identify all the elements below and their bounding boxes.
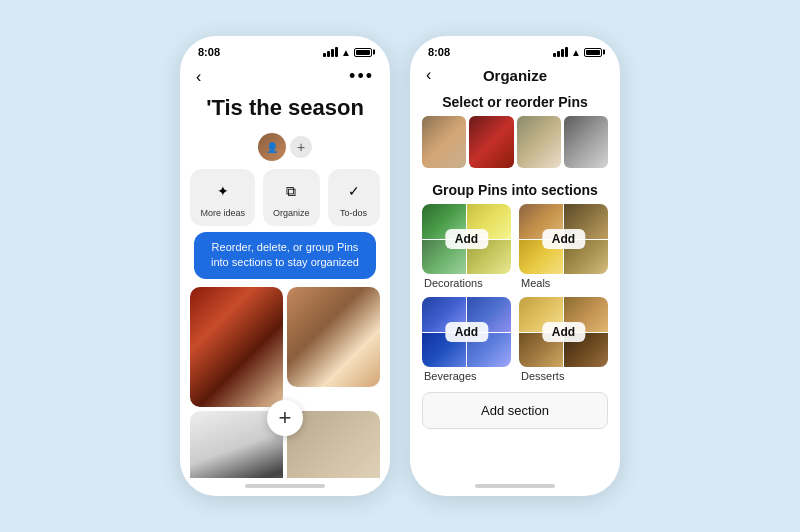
section-img-meals: Add — [519, 204, 608, 274]
select-reorder-heading: Select or reorder Pins — [410, 88, 620, 116]
wifi-icon-right: ▲ — [571, 47, 581, 58]
sections-grid: Add Decorations Add Meals — [410, 204, 620, 388]
add-fab-button[interactable]: + — [267, 400, 303, 436]
status-icons-right: ▲ — [553, 47, 602, 58]
more-ideas-button[interactable]: ✦ More ideas — [190, 169, 255, 226]
status-bar-right: 8:08 ▲ — [410, 36, 620, 62]
organize-button[interactable]: ⧉ Organize — [263, 169, 320, 226]
add-collaborator-button[interactable]: + — [290, 136, 312, 158]
add-meals-button[interactable]: Add — [542, 229, 585, 249]
more-ideas-icon: ✦ — [209, 177, 237, 205]
avatar-group: 👤 + — [258, 133, 312, 161]
group-pins-heading: Group Pins into sections — [410, 176, 620, 204]
more-ideas-label: More ideas — [200, 208, 245, 218]
right-phone: 8:08 ▲ ‹ Organize Select or reorder Pins — [410, 36, 620, 496]
select-pin-2[interactable] — [469, 116, 513, 168]
desserts-label: Desserts — [519, 370, 608, 382]
todos-icon: ✓ — [340, 177, 368, 205]
battery-icon — [354, 48, 372, 57]
left-phone: 8:08 ▲ ‹ ••• 'Tis the season 👤 + — [180, 36, 390, 496]
beverages-label: Beverages — [422, 370, 511, 382]
add-decorations-button[interactable]: Add — [445, 229, 488, 249]
tooltip-bubble: Reorder, delete, or group Pins into sect… — [194, 232, 376, 279]
pin-card-food[interactable] — [190, 287, 283, 407]
organize-icon: ⧉ — [277, 177, 305, 205]
more-button-left[interactable]: ••• — [349, 66, 374, 87]
section-card-meals: Add Meals — [519, 204, 608, 289]
section-card-desserts: Add Desserts — [519, 297, 608, 382]
pin-card-gingerbread[interactable] — [287, 287, 380, 387]
wifi-icon: ▲ — [341, 47, 351, 58]
pins-grid — [180, 287, 390, 478]
status-icons-left: ▲ — [323, 47, 372, 58]
select-pin-4[interactable] — [564, 116, 608, 168]
back-button-left[interactable]: ‹ — [196, 68, 201, 86]
home-indicator-right — [475, 484, 555, 488]
section-card-decorations: Add Decorations — [422, 204, 511, 289]
left-nav: ‹ ••• — [180, 62, 390, 91]
right-phone-content: Select or reorder Pins Group Pins into s… — [410, 88, 620, 478]
right-nav: ‹ Organize — [410, 62, 620, 88]
home-indicator-left — [245, 484, 325, 488]
section-card-beverages: Add Beverages — [422, 297, 511, 382]
select-pin-1[interactable] — [422, 116, 466, 168]
organize-screen-title: Organize — [483, 67, 547, 84]
section-img-beverages: Add — [422, 297, 511, 367]
signal-icon — [323, 47, 338, 57]
decorations-label: Decorations — [422, 277, 511, 289]
time-left: 8:08 — [198, 46, 220, 58]
avatar[interactable]: 👤 — [258, 133, 286, 161]
add-desserts-button[interactable]: Add — [542, 322, 585, 342]
board-actions: 👤 + — [180, 129, 390, 169]
meals-label: Meals — [519, 277, 608, 289]
add-section-button[interactable]: Add section — [422, 392, 608, 429]
select-pins-row — [410, 116, 620, 176]
status-bar-left: 8:08 ▲ — [180, 36, 390, 62]
section-img-decorations: Add — [422, 204, 511, 274]
organize-label: Organize — [273, 208, 310, 218]
todos-label: To-dos — [340, 208, 367, 218]
select-pin-3[interactable] — [517, 116, 561, 168]
action-buttons-row: ✦ More ideas ⧉ Organize ✓ To-dos — [180, 169, 390, 232]
todos-button[interactable]: ✓ To-dos — [328, 169, 380, 226]
add-beverages-button[interactable]: Add — [445, 322, 488, 342]
back-button-right[interactable]: ‹ — [426, 66, 431, 84]
board-title: 'Tis the season — [180, 91, 390, 129]
battery-icon-right — [584, 48, 602, 57]
time-right: 8:08 — [428, 46, 450, 58]
signal-icon-right — [553, 47, 568, 57]
section-img-desserts: Add — [519, 297, 608, 367]
